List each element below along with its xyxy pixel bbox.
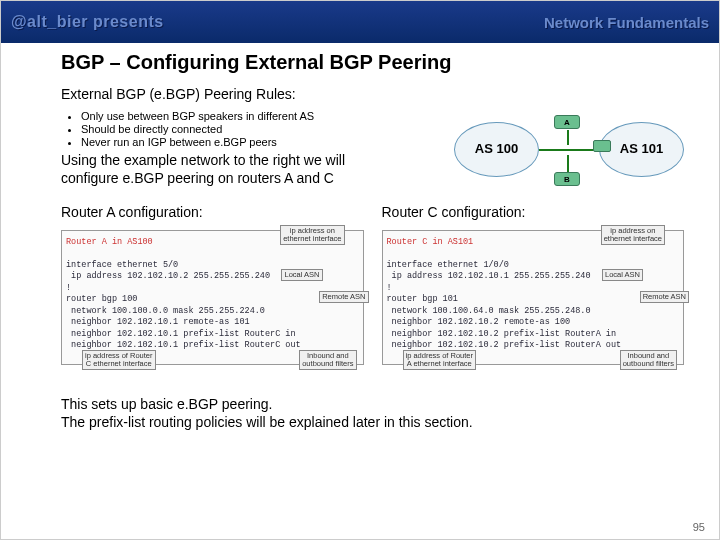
router-a-config: Router A in AS100 interface ethernet 5/0… — [66, 237, 359, 352]
summary-text: This sets up basic e.BGP peering. The pr… — [61, 395, 684, 431]
router-c-icon — [593, 140, 611, 152]
router-c-column: Router C configuration: ip address oneth… — [382, 204, 685, 365]
annot-peer-ip: ip address of RouterA ethernet interface — [403, 350, 477, 370]
network-diagram: AS 100 AS 101 A B — [454, 110, 684, 190]
rules-subtitle: External BGP (e.BGP) Peering Rules: — [61, 86, 684, 102]
annot-remote-asn: Remote ASN — [640, 291, 689, 303]
page-title: BGP – Configuring External BGP Peering — [61, 51, 684, 74]
router-c-config-box: ip address onethernet interface Local AS… — [382, 230, 685, 365]
page-number: 95 — [693, 521, 705, 533]
annot-filters: Inbound andoutbound filters — [620, 350, 677, 370]
slide-content: BGP – Configuring External BGP Peering E… — [1, 43, 719, 431]
router-a-config-box: ip address onethernet interface Local AS… — [61, 230, 364, 365]
annot-remote-asn: Remote ASN — [319, 291, 368, 303]
example-text: Using the example network to the right w… — [61, 152, 444, 187]
as-cloud-right: AS 101 — [599, 122, 684, 177]
router-a-icon: A — [554, 115, 580, 129]
header-left: @alt_bier presents — [11, 13, 164, 31]
annot-ip: ip address onethernet interface — [601, 225, 665, 245]
rule-item: Should be directly connected — [81, 123, 444, 135]
annot-peer-ip: ip address of RouterC ethernet interface — [82, 350, 156, 370]
router-b-icon: B — [554, 172, 580, 186]
annot-local-asn: Local ASN — [602, 269, 643, 281]
header-right: Network Fundamentals — [544, 14, 709, 31]
top-row: Only use between BGP speakers in differe… — [61, 110, 684, 190]
annot-local-asn: Local ASN — [281, 269, 322, 281]
config-row: Router A configuration: ip address oneth… — [61, 204, 684, 365]
rules-list: Only use between BGP speakers in differe… — [61, 110, 444, 148]
link — [539, 149, 594, 151]
rule-item: Never run an IGP between e.BGP peers — [81, 136, 444, 148]
annot-filters: Inbound andoutbound filters — [299, 350, 356, 370]
rule-item: Only use between BGP speakers in differe… — [81, 110, 444, 122]
link — [567, 155, 569, 172]
annot-ip: ip address onethernet interface — [280, 225, 344, 245]
link — [567, 130, 569, 145]
router-c-title: Router C configuration: — [382, 204, 685, 220]
slide-header: @alt_bier presents Network Fundamentals — [1, 1, 719, 43]
router-a-column: Router A configuration: ip address oneth… — [61, 204, 364, 365]
as-cloud-left: AS 100 — [454, 122, 539, 177]
router-a-title: Router A configuration: — [61, 204, 364, 220]
router-c-config: Router C in AS101 interface ethernet 1/0… — [387, 237, 680, 352]
